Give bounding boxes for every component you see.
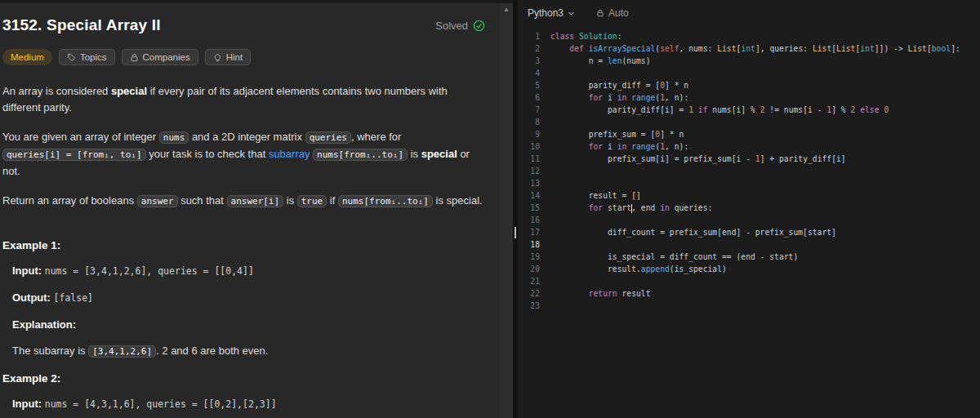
line-number: 16 xyxy=(518,214,550,226)
title-row: 3152. Special Array II Solved xyxy=(2,16,485,34)
inline-code: nums xyxy=(159,131,189,144)
code-line: 12 xyxy=(518,165,980,177)
code-text: n = len(nums) xyxy=(550,55,651,67)
text-segment: You are given an array of integer xyxy=(2,131,159,143)
inline-code: queries[i] = [fromᵢ, toᵢ] xyxy=(2,149,146,161)
code-line: 11 prefix_sum[i] = prefix_sum[i - 1] + p… xyxy=(518,153,980,165)
examples-section: Example 1: Input: nums = [3,4,1,2,6], qu… xyxy=(2,239,485,418)
example-body: Input: nums = [3,4,1,2,6], queries = [[0… xyxy=(2,263,485,359)
panel-divider[interactable] xyxy=(513,0,518,418)
code-text: for i in range(1, n): xyxy=(550,140,688,153)
line-number: 6 xyxy=(518,91,550,104)
code-text: for i in range(1, n): xyxy=(550,91,688,104)
code-text: class Solution: xyxy=(550,30,622,42)
code-line: 4 xyxy=(518,67,980,79)
language-label: Python3 xyxy=(528,7,564,19)
page-title: 3152. Special Array II xyxy=(2,16,161,34)
code-text: return result xyxy=(550,287,651,300)
line-number: 3 xyxy=(518,55,550,67)
example-heading: Example 1: xyxy=(2,239,485,251)
example-1: Example 1: Input: nums = [3,4,1,2,6], qu… xyxy=(2,239,485,359)
code-line: 18 xyxy=(518,238,980,251)
example-heading: Example 2: xyxy=(2,372,485,385)
line-number: 9 xyxy=(518,128,550,140)
example-input-row: Input: nums = [4,3,1,6], queries = [[0,2… xyxy=(12,396,485,412)
line-number: 13 xyxy=(518,177,550,189)
scroll-up-icon[interactable]: ▲ xyxy=(500,4,513,16)
example-body: Input: nums = [4,3,1,6], queries = [[0,2… xyxy=(2,396,485,418)
line-number: 7 xyxy=(518,104,550,116)
output-label: Output: xyxy=(12,291,51,304)
code-line: 17 diff_count = prefix_sum[end] - prefix… xyxy=(518,226,980,238)
language-selector[interactable]: Python3 xyxy=(528,7,575,19)
companies-label: Companies xyxy=(143,52,190,62)
example-2: Example 2: Input: nums = [4,3,1,6], quer… xyxy=(2,372,485,418)
line-number: 10 xyxy=(518,140,550,153)
input-label: Input: xyxy=(12,265,42,277)
text-segment: An array is considered xyxy=(2,85,111,97)
code-text: prefix_sum[i] = prefix_sum[i - 1] + pari… xyxy=(550,153,846,165)
code-line: 23 xyxy=(518,300,980,312)
explanation-text: The subarray is [3,4,1,2,6]. 2 and 6 are… xyxy=(12,343,485,359)
companies-button[interactable]: Companies xyxy=(122,49,198,65)
line-number: 15 xyxy=(518,202,550,214)
text-segment: such that xyxy=(178,194,227,207)
inline-code: true xyxy=(297,195,327,207)
text-segment: is xyxy=(408,148,421,160)
code-line: 2 def isArraySpecial(self, nums: List[in… xyxy=(518,42,980,55)
code-line: 20 result.append(is_special) xyxy=(518,263,980,275)
line-number: 18 xyxy=(518,238,550,251)
topics-button[interactable]: Topics xyxy=(59,49,115,65)
inline-code: [3,4,1,2,6] xyxy=(88,345,156,358)
description-paragraph: Return an array of booleans answer such … xyxy=(2,193,485,210)
problem-panel: 3152. Special Array II Solved Medium xyxy=(0,3,500,418)
code-line: 9 prefix_sum = [0] * n xyxy=(518,128,980,140)
code-line: 8 xyxy=(518,116,980,128)
code-text: parity_diff[i] = 1 if nums[i] % 2 != num… xyxy=(550,104,889,116)
code-line: 10 for i in range(1, n): xyxy=(518,140,980,153)
line-number: 11 xyxy=(518,153,550,165)
inline-code: answer[i] xyxy=(227,195,284,207)
inline-code: answer xyxy=(137,195,178,207)
text-segment: Return an array of booleans xyxy=(2,194,137,207)
input-value: nums = [4,3,1,6], queries = [[0,2],[2,3]… xyxy=(45,398,277,410)
difficulty-badge[interactable]: Medium xyxy=(2,49,52,65)
code-line: 1class Solution: xyxy=(518,30,980,42)
hint-button[interactable]: Hint xyxy=(205,49,251,65)
code-lines: 1class Solution:2 def isArraySpecial(sel… xyxy=(518,30,980,312)
code-line: 22 return result xyxy=(518,287,980,300)
inline-link[interactable]: subarray xyxy=(269,148,310,160)
line-number: 2 xyxy=(518,42,550,55)
hint-label: Hint xyxy=(226,52,243,62)
line-number: 19 xyxy=(518,251,550,263)
inline-code: queries xyxy=(305,131,351,144)
line-number: 8 xyxy=(518,116,550,128)
code-line: 3 n = len(nums) xyxy=(518,55,980,67)
auto-mode-toggle[interactable]: Auto xyxy=(596,7,629,19)
lightbulb-icon xyxy=(213,53,222,62)
editor-header: Python3 Auto xyxy=(518,0,980,26)
tag-icon xyxy=(67,53,76,62)
line-number: 1 xyxy=(518,30,550,42)
problem-scrollbar[interactable]: ▲ xyxy=(500,3,513,418)
code-line: 21 xyxy=(518,275,980,287)
text-segment: is special. xyxy=(433,194,483,207)
topics-label: Topics xyxy=(80,52,107,62)
solved-check-icon xyxy=(473,20,485,32)
line-number: 21 xyxy=(518,275,550,287)
auto-label: Auto xyxy=(608,7,629,19)
code-line: 15 for start, end in queries: xyxy=(518,202,980,214)
code-text: def isArraySpecial(self, nums: List[int]… xyxy=(550,42,960,55)
text-segment: is xyxy=(283,194,297,207)
code-text: for start, end in queries: xyxy=(550,202,712,214)
text-segment: , where for xyxy=(351,131,401,143)
inline-code: nums[fromᵢ..toᵢ] xyxy=(338,195,433,207)
problem-region: 3152. Special Array II Solved Medium xyxy=(0,0,513,418)
description-paragraph: An array is considered special if every … xyxy=(2,83,485,116)
code-editor[interactable]: 1class Solution:2 def isArraySpecial(sel… xyxy=(518,26,980,418)
code-text: is_special = diff_count == (end - start) xyxy=(550,251,798,263)
code-line: 5 parity_diff = [0] * n xyxy=(518,79,980,91)
example-explanation-row: Explanation: xyxy=(12,317,485,332)
code-text: prefix_sum = [0] * n xyxy=(550,128,684,140)
code-line: 6 for i in range(1, n): xyxy=(518,91,980,104)
